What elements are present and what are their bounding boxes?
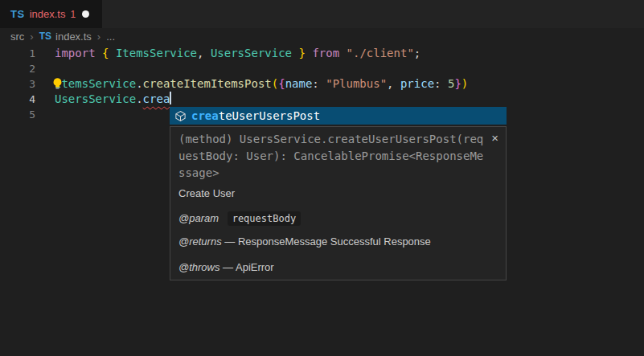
chevron-right-icon: ›: [97, 31, 100, 43]
unsaved-changes-dot-icon[interactable]: [82, 10, 89, 18]
line-number: 4: [0, 92, 35, 107]
doc-param-row: @param requestBody: [178, 212, 498, 224]
chevron-right-icon: ›: [30, 31, 33, 43]
suggestion-match-text: crea: [191, 109, 219, 122]
doc-returns-row: @returns — ResponseMessage Successful Re…: [178, 235, 498, 248]
line-number: 5: [0, 107, 35, 122]
breadcrumb-item-src[interactable]: src: [10, 31, 24, 43]
suggestion-create-user-users-post[interactable]: createUserUsersPost: [170, 107, 507, 125]
suggestion-details-panel: × (method) UsersService.createUserUsersP…: [170, 126, 507, 280]
typescript-file-icon: TS: [39, 31, 51, 42]
throws-text: — ApiError: [220, 261, 274, 273]
returns-tag: @returns: [178, 235, 222, 248]
lightbulb-icon[interactable]: [51, 77, 64, 91]
breadcrumb-item-file[interactable]: index.ts: [55, 31, 92, 43]
code-line-4[interactable]: 4 UsersService.crea: [0, 92, 644, 107]
line-number: 3: [0, 76, 35, 92]
suggestion-rest-text: teUserUsersPost: [219, 109, 320, 122]
signature-line: ssage>: [178, 165, 498, 182]
tab-index-ts[interactable]: TS index.ts 1: [0, 0, 102, 28]
code-line-2[interactable]: 2: [0, 61, 644, 76]
doc-summary: Create User: [178, 187, 498, 199]
tab-filename: index.ts: [30, 8, 66, 20]
tab-bar: TS index.ts 1: [0, 0, 644, 28]
close-icon[interactable]: ×: [491, 132, 498, 144]
breadcrumb: src › TS index.ts › ...: [10, 28, 115, 44]
code-line-3[interactable]: 3 ItemsService.createItemItemsPost({name…: [0, 76, 644, 92]
line-number: 2: [0, 61, 35, 76]
tab-problem-badge: 1: [70, 9, 76, 20]
signature-line: uestBody: User): CancelablePromise<Respo…: [178, 148, 498, 165]
symbol-method-icon: [174, 110, 187, 122]
param-tag: @param: [178, 212, 219, 224]
vscode-editor-window: TS index.ts 1 src › TS index.ts › ... 1 …: [0, 0, 644, 356]
param-name-chip: requestBody: [228, 211, 301, 226]
doc-throws-row: @throws — ApiError: [178, 261, 498, 273]
signature-line: (method) UsersService.createUserUsersPos…: [178, 131, 498, 148]
breadcrumb-item-symbol[interactable]: ...: [106, 31, 115, 43]
throws-tag: @throws: [178, 261, 220, 273]
intellisense-suggest-widget: createUserUsersPost × (method) UsersServ…: [170, 107, 507, 280]
returns-text: — ResponseMessage Successful Response: [222, 235, 431, 248]
typescript-file-icon: TS: [10, 8, 25, 20]
text-cursor: [170, 92, 171, 104]
code-line-1[interactable]: 1 import { ItemsService, UsersService } …: [0, 46, 644, 61]
line-number: 1: [0, 46, 35, 61]
